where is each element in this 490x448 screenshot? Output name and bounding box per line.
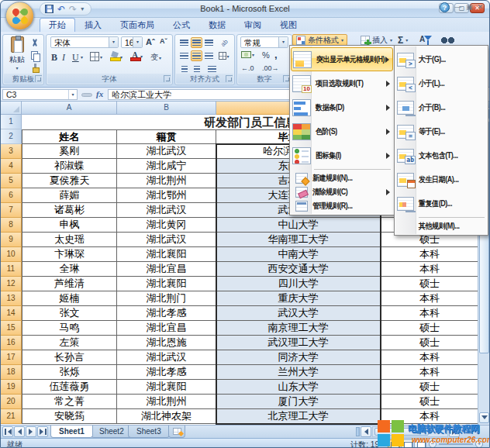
- menu-item[interactable]: 图标集(I): [291, 143, 393, 167]
- font-name-combo[interactable]: 宋体▾: [50, 36, 119, 48]
- phonetic-button[interactable]: 变▾: [150, 52, 161, 63]
- borders-dropdown-icon[interactable]: ▾: [100, 54, 102, 60]
- menu-item[interactable]: 色阶(S): [291, 119, 393, 143]
- borders-button[interactable]: ▾: [90, 52, 102, 61]
- ribbon-tab-审阅[interactable]: 审阅: [235, 18, 271, 32]
- accounting-dropdown-icon[interactable]: ▾: [252, 52, 254, 57]
- cell[interactable]: 本科: [381, 247, 479, 262]
- menu-item[interactable]: 发生日期(A)...: [395, 167, 487, 191]
- menu-item[interactable]: 介于(B)...: [395, 95, 487, 119]
- name-box-dropdown-icon[interactable]: ▾: [68, 90, 77, 99]
- next-sheet-icon[interactable]: [26, 426, 36, 437]
- underline-button[interactable]: U: [72, 52, 79, 64]
- office-button[interactable]: [5, 2, 34, 30]
- cell[interactable]: 马鸣: [22, 321, 117, 336]
- row-header-4[interactable]: 4: [1, 159, 22, 174]
- cell[interactable]: 湖北咸宁: [117, 159, 216, 174]
- cell[interactable]: 湖北鄂州: [117, 188, 216, 203]
- cell[interactable]: 全琳: [22, 262, 117, 277]
- menu-item[interactable]: 管理规则(R)...: [291, 199, 393, 213]
- clipboard-dialog-launcher-icon[interactable]: [35, 75, 42, 82]
- workbook-close-icon[interactable]: ✕: [477, 2, 483, 12]
- row-header-13[interactable]: 13: [1, 291, 22, 306]
- cell[interactable]: 申枫: [22, 218, 117, 233]
- select-all-corner[interactable]: [1, 102, 22, 115]
- merge-center-button[interactable]: ▾: [216, 50, 233, 61]
- row-header-12[interactable]: 12: [1, 277, 22, 291]
- column-header-B[interactable]: B: [117, 102, 216, 115]
- row-header-10[interactable]: 10: [1, 247, 22, 262]
- font-size-dropdown-icon[interactable]: ▾: [133, 37, 142, 47]
- cell[interactable]: 本科: [381, 350, 479, 365]
- cell[interactable]: 北京理工大学: [216, 409, 381, 424]
- cell[interactable]: 兰州大学: [216, 365, 381, 380]
- cell[interactable]: 本科: [381, 365, 479, 380]
- cell[interactable]: 卞琳琛: [22, 247, 117, 262]
- cell[interactable]: 华南理工大学: [216, 233, 381, 247]
- horizontal-scroll-thumb[interactable]: [374, 428, 429, 436]
- header-cell[interactable]: 籍贯: [117, 129, 216, 144]
- prev-sheet-icon[interactable]: [14, 426, 25, 437]
- cell[interactable]: 太史瑶: [22, 233, 117, 247]
- first-sheet-icon[interactable]: [2, 426, 13, 437]
- cell[interactable]: 奚刚: [22, 144, 117, 159]
- row-header-20[interactable]: 20: [1, 395, 22, 409]
- name-box[interactable]: C3▾: [2, 89, 78, 100]
- last-sheet-icon[interactable]: [37, 426, 48, 437]
- row-header-9[interactable]: 9: [1, 233, 22, 247]
- row-header-3[interactable]: 3: [1, 144, 22, 159]
- cell[interactable]: 湖北宜昌: [117, 262, 216, 277]
- row-header-17[interactable]: 17: [1, 350, 22, 365]
- cell[interactable]: 西安交通大学: [216, 262, 381, 277]
- workbook-minimize-icon[interactable]: ―: [454, 2, 461, 12]
- menu-item[interactable]: 新建规则(N)...: [291, 171, 393, 185]
- row-header-16[interactable]: 16: [1, 336, 22, 350]
- cell[interactable]: 硕士: [381, 336, 479, 350]
- row-header-1[interactable]: 1: [1, 115, 22, 129]
- align-center-button[interactable]: [191, 50, 202, 61]
- row-header-6[interactable]: 6: [1, 188, 22, 203]
- cell[interactable]: 湖北孝感: [117, 306, 216, 321]
- copy-button[interactable]: [31, 51, 40, 60]
- format-painter-button[interactable]: [31, 64, 40, 73]
- cell[interactable]: 长孙言: [22, 350, 117, 365]
- row-header-15[interactable]: 15: [1, 321, 22, 336]
- cell[interactable]: 张烁: [22, 365, 117, 380]
- alignment-dialog-launcher-icon[interactable]: [226, 75, 233, 82]
- ribbon-tab-开始[interactable]: 开始: [40, 18, 75, 32]
- cell[interactable]: 中南大学: [216, 247, 381, 262]
- cell[interactable]: 湖北荆州: [117, 395, 216, 409]
- cell[interactable]: 南京理工大学: [216, 321, 381, 336]
- cell[interactable]: 硕士: [381, 277, 479, 291]
- cell[interactable]: 安晓筠: [22, 409, 117, 424]
- wrap-text-button[interactable]: [206, 64, 218, 74]
- shrink-font-button[interactable]: Aˇ: [160, 37, 167, 45]
- row-header-19[interactable]: 19: [1, 380, 22, 395]
- number-format-dropdown-icon[interactable]: ▾: [278, 37, 288, 47]
- cell[interactable]: 芦维清: [22, 277, 117, 291]
- orientation-button[interactable]: ab: [219, 37, 230, 48]
- align-right-button[interactable]: [203, 50, 215, 61]
- menu-item[interactable]: 等于(E)...: [395, 119, 487, 143]
- cell[interactable]: 本科: [381, 306, 479, 321]
- normal-view-button[interactable]: [388, 439, 400, 448]
- menu-item[interactable]: 清除规则(C): [291, 185, 393, 199]
- cell[interactable]: 湖北荆门: [117, 291, 216, 306]
- menu-item[interactable]: 其他规则(M)...: [395, 219, 487, 233]
- ribbon-tab-页面布局[interactable]: 页面布局: [111, 18, 164, 32]
- cell[interactable]: 本科: [381, 291, 479, 306]
- cell[interactable]: 同济大学: [216, 350, 381, 365]
- cell[interactable]: 湖北襄阳: [117, 247, 216, 262]
- menu-item[interactable]: 小于(L)...: [395, 71, 487, 95]
- cell[interactable]: 中山大学: [216, 218, 381, 233]
- underline-dropdown-icon[interactable]: ▾: [81, 54, 83, 60]
- cell[interactable]: 湖北武汉: [117, 350, 216, 365]
- font-color-button[interactable]: A▾: [130, 51, 143, 61]
- comma-style-button[interactable]: ,: [274, 49, 278, 60]
- menu-item[interactable]: 重复值(D)...: [395, 191, 487, 215]
- phonetic-dropdown-icon[interactable]: ▾: [159, 55, 161, 60]
- font-dialog-launcher-icon[interactable]: [164, 75, 171, 82]
- header-cell[interactable]: 姓名: [22, 129, 117, 144]
- italic-button[interactable]: I: [62, 52, 65, 64]
- cell[interactable]: 武汉大学: [216, 306, 381, 321]
